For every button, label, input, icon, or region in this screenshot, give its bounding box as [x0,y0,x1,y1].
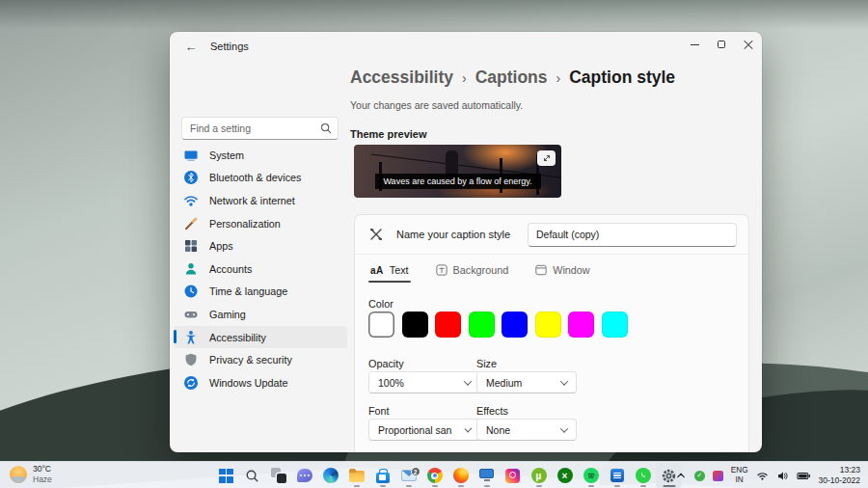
sidebar-item-label: Accounts [209,263,252,275]
font-dropdown[interactable]: Proportional sans s... [368,419,480,441]
tab-window[interactable]: Window [533,261,591,283]
back-button[interactable]: ← [179,38,203,55]
swatch-red[interactable] [435,312,461,338]
chevron-down-icon [560,424,568,432]
wifi-icon [183,193,199,208]
task-view-button[interactable] [265,463,291,488]
start-button[interactable] [213,463,239,488]
minimize-button[interactable] [681,32,708,57]
color-label: Color [368,298,393,310]
sidebar-item-label: System [209,149,244,161]
sidebar-item-accessibility[interactable]: Accessibility [174,326,347,349]
sidebar-item-bluetooth[interactable]: Bluetooth & devices [174,167,347,190]
sidebar-item-accounts[interactable]: Accounts [174,258,347,281]
battery-tray-button[interactable] [797,470,811,482]
tab-text[interactable]: aA Text [368,261,411,283]
sidebar-item-privacy[interactable]: Privacy & security [174,348,347,371]
window-tab-icon [535,264,547,276]
sidebar-item-label: Accessibility [209,332,266,343]
opacity-dropdown[interactable]: 100% [368,371,480,393]
swatch-white[interactable] [368,312,394,338]
language-indicator[interactable]: ENG IN [731,466,748,486]
sidebar-item-gaming[interactable]: Gaming [174,303,347,326]
swatch-blue[interactable] [502,312,528,338]
battery-icon [797,470,811,482]
theme-preview: Waves are caused by a flow of energy. [354,145,561,198]
chrome-button[interactable] [421,463,448,488]
taskbar-icons: 2 [213,463,682,488]
whatsapp-button[interactable] [630,463,656,488]
notes-app-button[interactable] [604,463,630,488]
tray-security-button[interactable]: ✓ [694,471,705,481]
tab-background[interactable]: Background [434,261,511,283]
text-tab-icon: aA [370,265,384,276]
swatch-cyan[interactable] [602,312,628,338]
speaker-icon [776,470,789,482]
expand-icon [542,153,552,163]
spotify-icon [583,468,599,483]
swatch-green[interactable] [469,312,495,338]
tray-photos-button[interactable] [713,471,723,481]
instagram-icon [505,469,520,483]
clock-icon [183,284,199,299]
xbox-button[interactable] [552,463,578,488]
size-dropdown[interactable]: Medium [476,371,577,393]
expand-preview-button[interactable] [537,150,556,166]
person-icon [183,261,199,277]
weather-widget[interactable]: 30°C Haze [10,464,52,485]
mail-button[interactable]: 2 [395,463,421,488]
breadcrumb-accessibility[interactable]: Accessibility [350,68,453,88]
folder-icon [349,471,365,482]
utorrent-button[interactable] [526,463,552,488]
taskbar-search-button[interactable] [239,463,265,488]
search-box[interactable] [181,117,339,140]
caption-style-name-input[interactable] [528,223,737,247]
background-tab-icon [436,264,448,276]
running-indicator [614,485,620,488]
sidebar-item-windows-update[interactable]: Windows Update [174,371,347,394]
sidebar-item-network[interactable]: Network & internet [174,189,347,212]
task-view-icon [271,468,286,483]
chevron-down-icon [465,424,473,432]
network-tray-button[interactable] [756,470,769,482]
swatch-magenta[interactable] [568,312,594,338]
breadcrumb: Accessibility › Captions › Caption style [350,68,675,88]
firefox-button[interactable] [448,463,474,488]
sidebar-item-time-language[interactable]: Time & language [174,281,347,304]
breadcrumb-separator: › [462,70,467,86]
sidebar-item-apps[interactable]: Apps [174,234,347,258]
whatsapp-icon [636,468,651,483]
volume-tray-button[interactable] [776,470,789,482]
instagram-button[interactable] [500,463,526,488]
tray-overflow-button[interactable] [675,470,687,481]
swatch-yellow[interactable] [535,312,561,338]
language-line1: ENG [731,466,748,475]
close-button[interactable] [735,32,762,57]
maximize-button[interactable] [708,32,735,57]
tray-time: 13:23 [819,465,860,475]
swatch-black[interactable] [402,312,428,338]
sidebar-item-system[interactable]: System [174,144,347,167]
size-label: Size [476,358,497,369]
caption-style-icon [368,227,384,242]
spotify-button[interactable] [578,463,604,488]
system-tray: ✓ ENG IN 13:23 30-10-2022 [675,462,860,488]
weather-condition: Haze [33,474,52,485]
store-button[interactable] [369,463,395,488]
display-app-button[interactable] [474,463,500,488]
file-explorer-button[interactable] [343,463,369,488]
notes-icon [610,469,624,482]
photos-app-icon [713,471,723,481]
titlebar[interactable]: ← Settings [170,32,762,61]
clock-widget[interactable]: 13:23 30-10-2022 [819,465,860,486]
sidebar-item-personalization[interactable]: Personalization [174,212,347,235]
breadcrumb-captions[interactable]: Captions [475,68,548,88]
edge-button[interactable] [317,463,343,488]
search-input[interactable] [190,122,320,134]
tab-label: Window [553,264,589,276]
store-icon [376,473,390,483]
effects-dropdown[interactable]: None [476,419,577,441]
window-title: Settings [210,41,249,52]
sidebar-item-label: Privacy & security [209,354,292,366]
chat-button[interactable] [291,463,317,488]
